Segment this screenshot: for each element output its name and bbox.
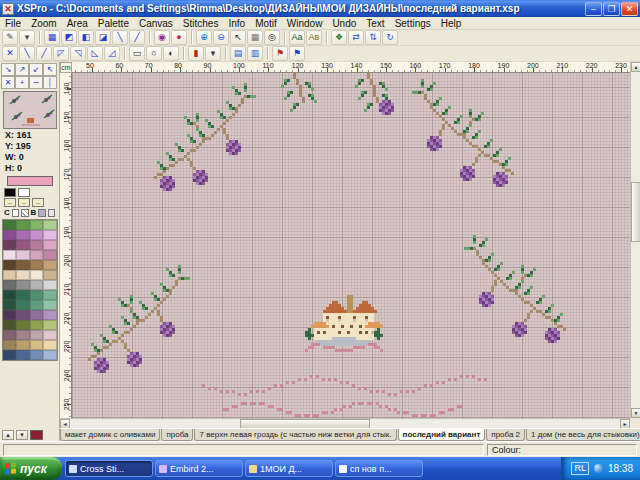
palette-swatch[interactable]: [43, 270, 57, 280]
quarter-sw-icon[interactable]: ◺: [87, 46, 103, 61]
stitch-plus-icon[interactable]: +: [15, 76, 29, 89]
palette-swatch[interactable]: [3, 290, 17, 300]
thread-color-icon[interactable]: ▮: [188, 46, 204, 61]
palette-scroll-down-icon[interactable]: ▼: [16, 430, 28, 440]
motif-library-icon[interactable]: ❖: [331, 30, 347, 45]
palette-swatch[interactable]: [16, 250, 30, 260]
palette-swatch[interactable]: [30, 230, 44, 240]
language-indicator[interactable]: RL: [571, 462, 589, 475]
palette-swatch[interactable]: [3, 240, 17, 250]
menu-undo[interactable]: Undo: [327, 18, 361, 29]
palette-swatch[interactable]: [43, 350, 57, 360]
minimize-button[interactable]: –: [585, 2, 602, 16]
palette-swatch[interactable]: [3, 220, 17, 230]
menu-area[interactable]: Area: [62, 18, 93, 29]
pencil-tool-icon[interactable]: ✎: [2, 30, 18, 45]
flip-horizontal-icon[interactable]: ⇄: [348, 30, 364, 45]
half-cross-ne-icon[interactable]: ╱: [36, 46, 52, 61]
palette-swatch[interactable]: [16, 320, 30, 330]
menu-text[interactable]: Text: [361, 18, 389, 29]
straight-stitch-icon[interactable]: ╱: [129, 30, 145, 45]
quarter-se-icon[interactable]: ◿: [104, 46, 120, 61]
stitch-cross-icon[interactable]: ✕: [1, 76, 15, 89]
copy-motif-icon[interactable]: ▤: [230, 46, 246, 61]
palette-swatch[interactable]: [3, 230, 17, 240]
zoom-out-icon[interactable]: ⊖: [213, 30, 229, 45]
pointer-icon[interactable]: ↖: [230, 30, 246, 45]
flip-vertical-icon[interactable]: ⇅: [365, 30, 381, 45]
text-tool-icon[interactable]: Aa: [289, 30, 305, 45]
palette-swatch[interactable]: [43, 330, 57, 340]
taskbar-task-button[interactable]: Cross Sti...: [65, 460, 153, 477]
palette-swatch[interactable]: [43, 250, 57, 260]
pattern-tab[interactable]: последний вариант: [398, 429, 486, 441]
tool-dropdown-icon[interactable]: ▾: [19, 30, 35, 45]
menu-help[interactable]: Help: [436, 18, 467, 29]
quarter-ne-icon[interactable]: ◹: [70, 46, 86, 61]
b-swatch[interactable]: [48, 209, 55, 217]
colour-swatch[interactable]: [4, 188, 16, 197]
palette-swatch[interactable]: [43, 260, 57, 270]
menu-palette[interactable]: Palette: [93, 18, 134, 29]
palette-swatch[interactable]: [43, 220, 57, 230]
palette-swatch[interactable]: [16, 290, 30, 300]
c-hatch-swatch[interactable]: [21, 209, 28, 217]
menu-stitches[interactable]: Stitches: [178, 18, 224, 29]
pattern-tab[interactable]: проба 2: [486, 429, 525, 441]
rotate-icon[interactable]: ↻: [382, 30, 398, 45]
palette-swatch[interactable]: [30, 320, 44, 330]
taskbar-task-button[interactable]: сп нов п...: [335, 460, 423, 477]
color-dropdown-icon[interactable]: ▾: [205, 46, 221, 61]
blend-swatch[interactable]: –: [4, 198, 16, 207]
palette-swatch[interactable]: [16, 240, 30, 250]
flag-red-icon[interactable]: ⚑: [272, 46, 288, 61]
palette-swatch[interactable]: [43, 240, 57, 250]
colour-swatch[interactable]: [18, 188, 30, 197]
stitch-canvas[interactable]: [72, 73, 630, 418]
current-colour-swatch[interactable]: [7, 176, 53, 186]
menu-file[interactable]: File: [0, 18, 26, 29]
palette-swatch[interactable]: [16, 340, 30, 350]
stitch-dir-ne-icon[interactable]: ↗: [15, 63, 29, 76]
three-quarter-stitch-icon[interactable]: ◪: [95, 30, 111, 45]
palette-swatch[interactable]: [3, 340, 17, 350]
stitch-vertical-icon[interactable]: │: [43, 76, 57, 89]
paste-motif-icon[interactable]: ▥: [247, 46, 263, 61]
palette-swatch[interactable]: [30, 340, 44, 350]
palette-swatch[interactable]: [16, 350, 30, 360]
palette-swatch[interactable]: [30, 290, 44, 300]
palette-swatch[interactable]: [43, 300, 57, 310]
menu-info[interactable]: Info: [223, 18, 250, 29]
taskbar-task-button[interactable]: Embird 2...: [155, 460, 243, 477]
palette-swatch[interactable]: [3, 350, 17, 360]
palette-swatch[interactable]: [43, 310, 57, 320]
palette-swatch[interactable]: [16, 220, 30, 230]
vertical-scroll-thumb[interactable]: [631, 182, 640, 242]
palette-swatch[interactable]: [16, 310, 30, 320]
full-stitch-icon[interactable]: ▦: [44, 30, 60, 45]
french-knot-icon[interactable]: ◉: [154, 30, 170, 45]
palette-swatch[interactable]: [3, 320, 17, 330]
palette-swatch[interactable]: [3, 310, 17, 320]
palette-swatch[interactable]: [30, 300, 44, 310]
stitch-dir-se-icon[interactable]: ↘: [1, 63, 15, 76]
palette-swatch[interactable]: [16, 280, 30, 290]
palette-swatch[interactable]: [3, 330, 17, 340]
pattern-tab[interactable]: 1 дом (не весь для стыковки): [526, 429, 640, 441]
fill-tool-icon[interactable]: ◐: [163, 46, 179, 61]
maximize-button[interactable]: ❐: [603, 2, 620, 16]
pattern-tab[interactable]: 7 верхн левая гроздь (с частью ниж ветки…: [194, 429, 396, 441]
close-button[interactable]: ✕: [621, 2, 638, 16]
palette-swatch[interactable]: [30, 270, 44, 280]
outline-tool-icon[interactable]: ▭: [129, 46, 145, 61]
text-cyrillic-icon[interactable]: Aв: [306, 30, 322, 45]
half-cross-nw-icon[interactable]: ╲: [19, 46, 35, 61]
menu-settings[interactable]: Settings: [390, 18, 436, 29]
blend-swatch[interactable]: –: [32, 198, 44, 207]
menu-motif[interactable]: Motif: [250, 18, 282, 29]
palette-swatch[interactable]: [30, 240, 44, 250]
center-view-icon[interactable]: ◎: [264, 30, 280, 45]
bead-icon[interactable]: ●: [171, 30, 187, 45]
palette-swatch[interactable]: [30, 330, 44, 340]
quarter-stitch-icon[interactable]: ◧: [78, 30, 94, 45]
